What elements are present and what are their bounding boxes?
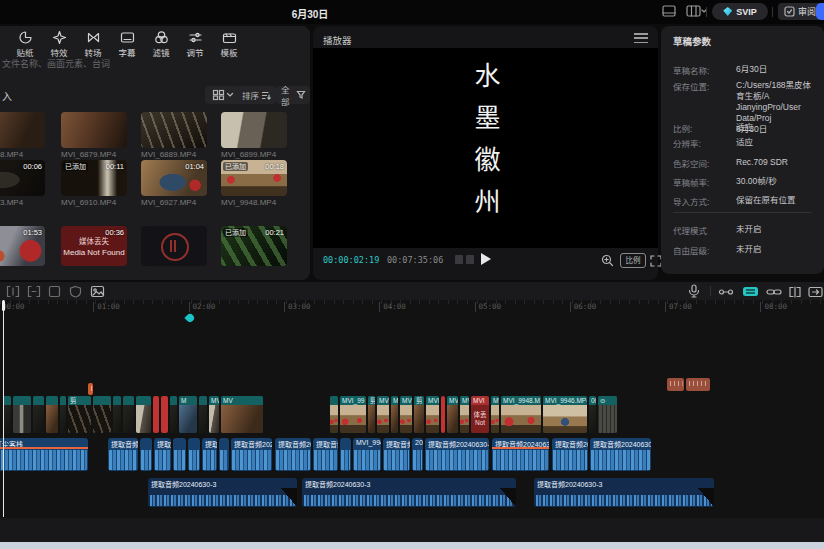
media-thumbnail[interactable]: 01:53: [0, 226, 45, 266]
timeline-video-clip[interactable]: [170, 396, 177, 433]
sort-button[interactable]: 排序: [237, 86, 276, 104]
tab-filters[interactable]: 滤镜: [144, 30, 178, 58]
timeline-video-clip[interactable]: [161, 396, 168, 433]
media-thumbnail[interactable]: [61, 112, 127, 148]
timeline-audio-clip[interactable]: [140, 438, 152, 471]
media-thumbnail[interactable]: [221, 112, 287, 148]
media-item[interactable]: 01:53: [0, 226, 45, 266]
freeze-frame-icon[interactable]: [48, 284, 64, 298]
timeline-audio-clip[interactable]: 提取音: [202, 438, 217, 471]
mask-shield-icon[interactable]: [69, 284, 85, 298]
timeline-audio-clip[interactable]: 提取音频2: [313, 438, 338, 471]
search-placeholder[interactable]: 文件名称、画面元素、台词: [2, 57, 110, 70]
timeline-layout-icon[interactable]: [808, 284, 824, 298]
timeline-video-clip[interactable]: [123, 396, 134, 433]
timeline-audio-clip[interactable]: 提取音频20240: [231, 438, 272, 471]
media-item[interactable]: 已添加00:21: [221, 226, 287, 266]
timeline-video-clip[interactable]: M: [179, 396, 197, 433]
media-thumbnail[interactable]: [141, 226, 207, 266]
timeline-video-clip[interactable]: MVI_9946.MP4: [543, 396, 587, 433]
timeline-video-clip[interactable]: [113, 396, 121, 433]
timeline-audio-clip[interactable]: 提取音频: [383, 438, 410, 471]
media-item[interactable]: MVI_6889.MP4: [141, 112, 207, 159]
timeline-audio-clip[interactable]: 提取: [154, 438, 171, 471]
cover-image-icon[interactable]: [90, 284, 106, 298]
layout-compact-icon[interactable]: [662, 5, 678, 19]
layout-panels-icon[interactable]: [686, 5, 702, 19]
timeline-audio-clip[interactable]: [340, 438, 351, 471]
timeline-audio-clip[interactable]: [188, 438, 200, 471]
play-button[interactable]: [481, 253, 491, 265]
media-thumbnail[interactable]: 媒体丢失Media Not Found00:36: [61, 226, 127, 266]
timeline-video-clip[interactable]: MVI_9948.M: [501, 396, 541, 433]
preview-quality-icon[interactable]: [601, 253, 614, 271]
timeline-video-clip[interactable]: MVI_9: [400, 396, 412, 433]
media-item[interactable]: [141, 226, 207, 266]
playhead[interactable]: [3, 300, 4, 517]
mini-clip[interactable]: [88, 383, 93, 395]
timeline-audio-clip[interactable]: 提取音频20240630-4: [425, 438, 489, 471]
trim-left-icon[interactable]: [6, 284, 22, 298]
timeline-video-clip[interactable]: MVI_9: [426, 396, 439, 433]
timeline-audio-clip-2[interactable]: 提取音频20240630-3: [534, 478, 714, 507]
tab-adjust[interactable]: 调节: [178, 30, 212, 58]
timeline-video-clip[interactable]: MV: [221, 396, 263, 433]
filter-all-button[interactable]: 全部: [276, 86, 310, 104]
frame-tool-2[interactable]: [466, 255, 474, 264]
media-thumbnail[interactable]: [0, 112, 45, 148]
timeline-ruler[interactable]: 00:0001:0002:0003:0004:0005:0006:0007:00…: [0, 300, 824, 313]
tab-stickers[interactable]: 贴纸: [8, 30, 42, 58]
timeline-video-clip[interactable]: MV: [209, 396, 219, 433]
timeline-audio-clip[interactable]: 提取音频202: [552, 438, 588, 471]
media-item[interactable]: 8.MP4: [0, 112, 45, 159]
timeline-video-clip[interactable]: MV: [460, 396, 469, 433]
player-menu-icon[interactable]: [634, 33, 648, 43]
media-thumbnail[interactable]: 00:06: [0, 160, 45, 196]
timeline-video-clip[interactable]: MVI: [377, 396, 389, 433]
timeline-video-clip[interactable]: [153, 396, 159, 433]
media-thumbnail[interactable]: 已添加00:21: [221, 226, 287, 266]
timeline-audio-clip[interactable]: 提取音频: [108, 438, 138, 471]
video-preview[interactable]: 水墨徽州: [313, 48, 658, 248]
svip-button[interactable]: SVIP: [712, 3, 768, 20]
timeline-audio-clip[interactable]: 2024: [412, 438, 423, 471]
media-item[interactable]: MVI_6879.MP4: [61, 112, 127, 159]
timeline-video-clip[interactable]: ⊙: [598, 396, 617, 433]
timeline-video-clip[interactable]: [93, 396, 111, 433]
mini-clip[interactable]: [686, 378, 710, 391]
timeline-audio-clip[interactable]: [173, 438, 186, 471]
timeline-video-clip[interactable]: [46, 396, 58, 433]
tab-templates[interactable]: 模板: [212, 30, 246, 58]
timeline-video-clip[interactable]: [33, 396, 44, 433]
media-item[interactable]: 01:04MVI_6927.MP4: [141, 160, 207, 207]
timeline-audio-clip[interactable]: 提取音频20240630-4: [492, 438, 549, 471]
import-button-fragment[interactable]: 入: [2, 88, 12, 103]
timeline-video-clip[interactable]: [199, 396, 207, 433]
timeline-audio-clip-2[interactable]: 提取音频20240630-3: [148, 478, 297, 507]
mini-clip[interactable]: [667, 378, 684, 391]
media-thumbnail[interactable]: 01:04: [141, 160, 207, 196]
timeline-video-clip[interactable]: [441, 396, 445, 433]
timeline-video-clip[interactable]: MV: [491, 396, 499, 433]
media-item[interactable]: MVI_6899.MP4: [221, 112, 287, 159]
timeline-video-clip[interactable]: [60, 396, 66, 433]
ratio-button[interactable]: 比例: [620, 253, 646, 268]
media-thumbnail[interactable]: [141, 112, 207, 148]
timeline-audio-clip[interactable]: [219, 438, 229, 471]
timeline-video-clip[interactable]: 00:: [589, 396, 596, 433]
timeline-video-clip[interactable]: [136, 396, 151, 433]
timeline-video-clip[interactable]: 剪: [68, 396, 91, 433]
timeline-video-clip[interactable]: MV: [447, 396, 458, 433]
timeline-video-clip[interactable]: 剪: [414, 396, 424, 433]
timeline-video-clip[interactable]: [330, 396, 338, 433]
snap-magnet-icon[interactable]: [742, 284, 758, 298]
view-mode-toggle[interactable]: [205, 86, 241, 104]
timeline-audio-clip-2[interactable]: 提取音频20240630-3: [302, 478, 516, 507]
timeline-marker-pin[interactable]: [184, 313, 195, 324]
media-item[interactable]: 媒体丢失Media Not Found00:36: [61, 226, 127, 266]
timeline-video-clip[interactable]: MVI体丢Not: [471, 396, 489, 433]
trim-right-icon[interactable]: [27, 284, 43, 298]
media-thumbnail[interactable]: 已添加00:11: [61, 160, 127, 196]
export-button[interactable]: [816, 3, 824, 20]
frame-tool-1[interactable]: [455, 255, 463, 264]
